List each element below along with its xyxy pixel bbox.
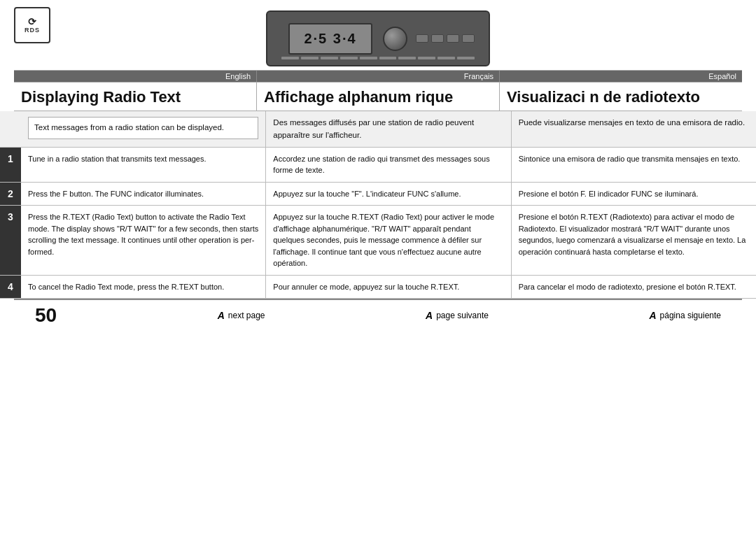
led-9 xyxy=(438,57,455,59)
step-number-3: 3 xyxy=(0,206,21,275)
step-4-spanish: Para cancelar el modo de radiotexto, pre… xyxy=(512,276,756,299)
led-10 xyxy=(457,57,475,59)
step-1-english: Tune in a radio station that transmits t… xyxy=(21,148,266,182)
logo-symbol: ⟳ xyxy=(28,17,36,27)
title-spanish: Visualizaci n de radiotexto xyxy=(500,83,742,111)
step-1-french: Accordez une station de radio qui transm… xyxy=(266,148,511,182)
step-row-3: 3 Press the R.TEXT (Radio Text) button t… xyxy=(0,206,756,276)
led-7 xyxy=(398,57,416,59)
footer-nav-3: A página siguiente xyxy=(649,310,721,321)
step-2-spanish: Presione el botón F. El indicador FUNC s… xyxy=(512,183,756,206)
led-3 xyxy=(321,57,338,59)
step-row-2: 2 Press the F button. The FUNC indicator… xyxy=(0,183,756,206)
footer-nav-2: A page suivante xyxy=(426,310,489,321)
step-4-french: Pour annuler ce mode, appuyez sur la tou… xyxy=(266,276,511,299)
radio-btn-2 xyxy=(431,34,444,43)
footer: 50 A next page A page suivante A página … xyxy=(14,299,742,331)
intro-box-english: Text messages from a radio station can b… xyxy=(28,117,258,138)
page-number: 50 xyxy=(35,304,57,327)
step-number-1: 1 xyxy=(0,148,21,182)
intro-cell-french: Des messages diffusés par une station de… xyxy=(266,111,511,147)
radio-device-image: 2·5 3·4 xyxy=(266,10,490,66)
led-2 xyxy=(301,57,318,59)
title-english: Displaying Radio Text xyxy=(14,83,257,111)
led-5 xyxy=(360,57,377,59)
radio-display-text: 2·5 3·4 xyxy=(304,31,356,47)
step-3-english: Press the R.TEXT (Radio Text) button to … xyxy=(21,206,266,275)
footer-nav-2-text: page suivante xyxy=(436,311,489,320)
language-header-row: English Français Español xyxy=(14,70,742,83)
footer-nav-3-letter: A xyxy=(649,310,656,321)
title-french: Affichage alphanum rique xyxy=(257,83,500,111)
led-4 xyxy=(340,57,358,59)
step-cells-4: To cancel the Radio Text mode, press the… xyxy=(21,276,756,299)
led-6 xyxy=(379,57,397,59)
step-number-2: 2 xyxy=(0,183,21,206)
step-row-1: 1 Tune in a radio station that transmits… xyxy=(0,148,756,183)
step-cells-2: Press the F button. The FUNC indicator i… xyxy=(21,183,756,206)
led-1 xyxy=(281,57,299,59)
step-number-4: 4 xyxy=(0,276,21,299)
step-3-french: Appuyez sur la touche R.TEXT (Radio Text… xyxy=(266,206,511,275)
radio-btn-1 xyxy=(416,34,428,43)
radio-knob xyxy=(383,27,407,51)
radio-leds xyxy=(281,57,475,59)
radio-display: 2·5 3·4 xyxy=(288,23,372,55)
step-1-spanish: Sintonice una emisora de radio que trans… xyxy=(512,148,756,182)
step-row-4: 4 To cancel the Radio Text mode, press t… xyxy=(0,276,756,299)
radio-buttons xyxy=(416,34,475,43)
footer-nav-1: A next page xyxy=(218,310,265,321)
footer-nav-3-text: página siguiente xyxy=(660,311,721,320)
step-2-english: Press the F button. The FUNC indicator i… xyxy=(21,183,266,206)
radio-btn-3 xyxy=(447,34,459,43)
lang-english: English xyxy=(14,71,257,82)
led-8 xyxy=(418,57,435,59)
footer-nav-1-letter: A xyxy=(218,310,225,321)
step-3-spanish: Presione el botón R.TEXT (Radiotexto) pa… xyxy=(512,206,756,275)
footer-nav-2-letter: A xyxy=(426,310,433,321)
radio-btn-4 xyxy=(462,34,475,43)
intro-cell-english: Text messages from a radio station can b… xyxy=(21,111,266,147)
lang-spanish: Español xyxy=(500,71,742,82)
page-wrapper: ⟳ RDS 2·5 3·4 xyxy=(0,0,756,533)
logo-text: RDS xyxy=(24,27,40,34)
footer-nav-1-text: next page xyxy=(228,311,265,320)
intro-spacer xyxy=(0,111,21,147)
step-4-english: To cancel the Radio Text mode, press the… xyxy=(21,276,266,299)
section-titles-row: Displaying Radio Text Affichage alphanum… xyxy=(14,83,742,111)
intro-cell-spanish: Puede visualizarse mensajes en texto de … xyxy=(512,111,756,147)
step-cells-1: Tune in a radio station that transmits t… xyxy=(21,148,756,182)
lang-french: Français xyxy=(257,71,500,82)
header: ⟳ RDS 2·5 3·4 xyxy=(0,0,756,70)
step-cells-3: Press the R.TEXT (Radio Text) button to … xyxy=(21,206,756,275)
rds-logo: ⟳ RDS xyxy=(14,7,50,43)
step-2-french: Appuyez sur la touche "F". L'indicateur … xyxy=(266,183,511,206)
intro-row: Text messages from a radio station can b… xyxy=(0,111,756,148)
